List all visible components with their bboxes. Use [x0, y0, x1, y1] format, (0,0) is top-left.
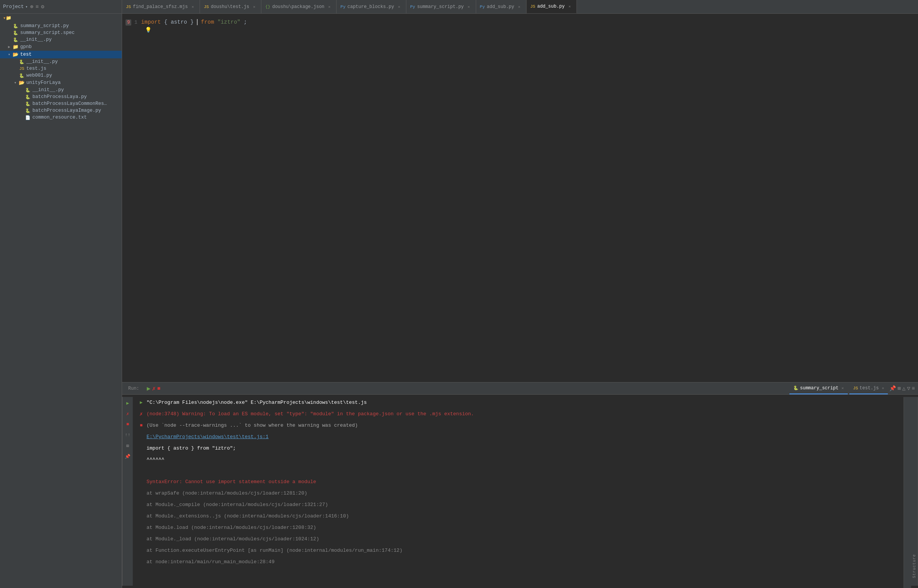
toolbar-icon-2[interactable]: ≡	[36, 4, 39, 10]
list-item[interactable]: JS test.js	[0, 65, 122, 72]
tab-add-sub[interactable]: Py add_sub.py ✕	[476, 0, 526, 13]
list-item[interactable]: 🐍 __init__.py	[0, 58, 122, 65]
close-icon[interactable]: ✕	[516, 4, 522, 10]
py-file-icon: Py	[410, 5, 415, 9]
folder-icon: 📁	[12, 44, 19, 50]
stop-side-icon[interactable]: ■	[123, 420, 133, 429]
sidebar: ▾📁 🐍 summary_script.py 🐍 summary_script.…	[0, 14, 122, 588]
run-tab-summary[interactable]: 🐍 summary_script ✕	[789, 383, 848, 394]
cursor-pos	[197, 19, 198, 25]
run-side-icons: ▶ ✗ ■ ↑↑ ⊞ 📌	[122, 397, 133, 586]
keyword-import: import	[141, 19, 161, 25]
output-line-syntax-error: SyntaxError: Cannot use import statement…	[134, 476, 903, 488]
structure-bar: Structure	[911, 397, 918, 586]
pin-side-icon[interactable]: 📌	[123, 452, 133, 461]
list-item[interactable]: 🐍 web001.py	[0, 72, 122, 79]
js-file-icon: JS	[126, 5, 131, 9]
list-item[interactable]: 🐍 batchProcessLayaImage.py	[0, 107, 122, 114]
list-item[interactable]: 🐍 __init__.py	[0, 87, 122, 94]
chevron-right-icon: ▶	[6, 45, 12, 49]
py-file-icon: Py	[480, 5, 485, 9]
list-item[interactable]: 🐍 summary_script.spec	[0, 29, 122, 36]
output-text: at wrapSafe (node:internal/modules/cjs/l…	[147, 488, 307, 499]
project-dropdown[interactable]: Project ▾	[3, 4, 28, 10]
stop-icon[interactable]: ■	[157, 386, 160, 392]
output-text: at Function.executeUserEntryPoint [as ru…	[147, 545, 403, 556]
close-icon[interactable]: ✕	[396, 4, 402, 10]
project-label: Project	[3, 4, 24, 10]
close-icon[interactable]: ✕	[567, 3, 573, 10]
play-icon[interactable]: ▶	[147, 385, 151, 393]
list-item[interactable]: 🐍 summary_script.py	[0, 23, 122, 29]
tab-bar: Project ▾ ⊕ ≡ ⚙ JS find_palace_sfsz.mjs …	[0, 0, 918, 14]
tab-label: add_sub.py	[537, 4, 565, 9]
py-file-icon: 🐍	[12, 31, 19, 36]
list-item[interactable]: 📄 common_resource.txt	[0, 114, 122, 121]
error-output-icon: ✗	[138, 409, 145, 420]
play-side-icon[interactable]: ▶	[123, 399, 133, 408]
close-icon[interactable]: ✕	[251, 4, 257, 10]
pin-icon[interactable]: 📌	[889, 385, 896, 392]
tab-summary-script[interactable]: Py summary_script.py ✕	[406, 0, 476, 13]
close-icon[interactable]: ✕	[842, 386, 844, 391]
output-text: (node:3748) Warning: To load an ES modul…	[147, 409, 474, 420]
down-arrow-icon[interactable]: ▽	[907, 385, 910, 392]
output-carets: ^^^^^^	[147, 454, 164, 465]
tab-label: doushu\package.json	[272, 4, 324, 10]
output-line-carets: ^^^^^^	[134, 454, 903, 465]
chevron-down-icon: ▾	[26, 5, 28, 9]
grid-side-icon[interactable]: ⊞	[123, 441, 133, 450]
output-line-code: import { astro } from "iztro";	[134, 443, 903, 454]
py-file-icon: 🐍	[18, 60, 25, 65]
tab-doushu-test[interactable]: JS doushu\test.js ✕	[200, 0, 261, 13]
list-item[interactable]: ▶ 📁 gpnb	[0, 43, 122, 51]
equals-icon[interactable]: ≡	[912, 386, 915, 392]
close-icon[interactable]: ✕	[882, 386, 884, 391]
output-line-trace-4: at Module.load (node:internal/modules/cj…	[134, 522, 903, 533]
tab-capture-blocks[interactable]: Py capture_blocks.py ✕	[337, 0, 406, 13]
error-side-icon[interactable]: ✗	[123, 409, 133, 418]
tab-active[interactable]: JS add_sub.py ✕	[526, 0, 577, 13]
toolbar-icon-1[interactable]: ⊕	[30, 3, 33, 10]
list-item[interactable]: 🐍 __init__.py	[0, 36, 122, 43]
folder-open-icon: ▾📁	[3, 15, 11, 21]
run-tab-label: summary_script	[800, 386, 839, 391]
run-tab-label: test.js	[860, 386, 879, 391]
py-file-icon: 🐍	[24, 108, 31, 113]
py-file-icon: 🐍	[24, 88, 31, 93]
output-line-info: ■ (Use `node --trace-warnings ...` to sh…	[134, 420, 903, 431]
output-line-warning: ✗ (node:3748) Warning: To load an ES mod…	[134, 409, 903, 420]
grid-icon[interactable]: ⊞	[897, 385, 900, 392]
list-item[interactable]: 🐍 batchProcessLaya.py	[0, 94, 122, 100]
list-item-test-folder[interactable]: ▾ 📂 test	[0, 51, 122, 58]
output-text: SyntaxError: Cannot use import statement…	[147, 477, 316, 487]
play-output-icon: ▶	[138, 397, 145, 408]
toolbar-icon-3[interactable]: ⚙	[41, 3, 44, 10]
output-line-trace-6: at Function.executeUserEntryPoint [as ru…	[134, 545, 903, 556]
list-item[interactable]: 🐍 batchProcessLayaCommonResou	[0, 100, 122, 107]
scroll-up-icon[interactable]: ↑↑	[123, 431, 133, 440]
main-layout: ▾📁 🐍 summary_script.py 🐍 summary_script.…	[0, 14, 918, 588]
tab-label: summary_script.py	[417, 4, 463, 10]
run-tab-testjs[interactable]: JS test.js ✕	[849, 383, 888, 394]
error-icon[interactable]: ✗	[152, 385, 155, 393]
close-icon[interactable]: ✕	[189, 4, 196, 10]
up-arrow-icon[interactable]: △	[902, 385, 905, 392]
close-icon[interactable]: ✕	[326, 4, 332, 10]
output-text: at node:internal/main/run_main_module:28…	[147, 557, 274, 567]
bookmarks-bar: Bookmarks	[903, 397, 911, 588]
output-file-link[interactable]: E:\PycharmProjects\windows\test\test.js:…	[147, 432, 269, 442]
breakpoint[interactable]: 9	[126, 19, 131, 26]
bulb-icon[interactable]: 💡	[145, 27, 152, 33]
line-content[interactable]: import { astro } from "iztro" ;	[141, 19, 918, 25]
txt-file-icon: 📄	[24, 115, 31, 120]
close-icon[interactable]: ✕	[466, 4, 472, 10]
tab-find-palace[interactable]: JS find_palace_sfsz.mjs ✕	[122, 0, 200, 13]
string-iztro: "iztro"	[217, 19, 240, 25]
tab-doushu-package[interactable]: {} doushu\package.json ✕	[261, 0, 337, 13]
tab-label: capture_blocks.py	[348, 4, 394, 10]
line-number: 9 1	[122, 19, 141, 25]
list-item-unity[interactable]: ▾ 📂 unityForLaya	[0, 79, 122, 87]
run-toolbar: Run: ▶ ✗ ■ 🐍 summary_script ✕ JS test.js…	[122, 383, 918, 395]
code-identifier: astro	[170, 19, 187, 25]
